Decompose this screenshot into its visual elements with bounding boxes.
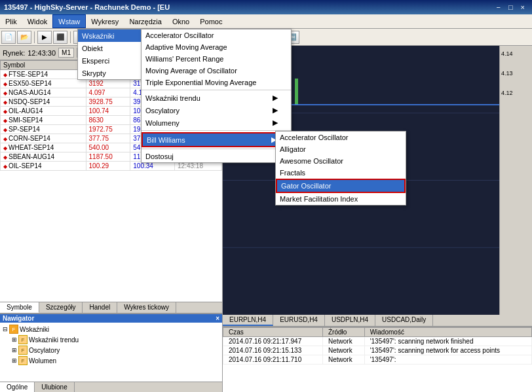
title-text: 135497 - HighSky-Server - Rachunek Demo … xyxy=(4,3,170,11)
wskazniki-wolumeny[interactable]: Wolumeny ▶ xyxy=(142,116,291,129)
menu-wykresy[interactable]: Wykresy xyxy=(86,14,124,28)
bid-cell: 377.75 xyxy=(86,134,130,143)
chart-tab-usdcad[interactable]: USDCAD,Daily xyxy=(375,315,433,326)
wskazniki-accelerator[interactable]: Accelerator Oscillator xyxy=(142,29,291,41)
nav-icon-wolumen: F xyxy=(18,356,28,365)
col-czas: Czas xyxy=(223,328,323,337)
bid-cell: 100.29 xyxy=(86,162,130,171)
wskazniki-oscylatory[interactable]: Oscylatory ▶ xyxy=(142,104,291,116)
menu-widok[interactable]: Widok xyxy=(22,14,53,28)
navigator-content: ⊟ F Wskaźniki ⊞ F Wskaźniki trendu ⊞ F O… xyxy=(0,323,222,382)
bw-alligator[interactable]: Alligator xyxy=(276,143,406,155)
menu-okno[interactable]: Okno xyxy=(167,14,195,28)
toolbar-btn3[interactable]: ▶ xyxy=(37,31,52,44)
symbol-cell: ◆ESX50-SEP14 xyxy=(1,79,86,88)
wskazniki-menu-list: Accelerator Oscillator Adaptive Moving A… xyxy=(141,29,292,163)
nav-icon-wskazniki: F xyxy=(9,325,18,334)
tab-handel[interactable]: Handel xyxy=(83,302,117,313)
nav-tab-ogolne[interactable]: Ogólne xyxy=(0,382,35,392)
nav-wskazniki-label: Wskaźniki xyxy=(20,326,49,333)
title-bar: 135497 - HighSky-Server - Rachunek Demo … xyxy=(0,0,532,14)
price-scale: 4.14 4.13 4.12 xyxy=(499,46,532,315)
toolbar-btn4[interactable]: ⬛ xyxy=(53,31,67,44)
log-message: '135497': scanning network for access po… xyxy=(364,346,531,355)
log-time: 2014.07.16 09:21:15.133 xyxy=(223,346,323,355)
tab-bar: Symbole Szczegóły Handel Wykres tickowy xyxy=(0,302,222,313)
bw-awesome[interactable]: Awesome Oscillator xyxy=(276,155,406,167)
nav-oscylatory[interactable]: ⊞ F Oscylatory xyxy=(1,345,221,355)
log-message: '135497': scanning network finished xyxy=(364,337,531,346)
wskazniki-bill-williams[interactable]: Bill Williams ▶ xyxy=(142,132,291,147)
nav-trendu-label: Wskaźniki trendu xyxy=(29,336,79,344)
nav-wolumen[interactable]: ⊞ F Wolumen xyxy=(1,355,221,366)
menu-plik[interactable]: Plik xyxy=(0,14,22,28)
market-label: Rynek: xyxy=(3,49,25,57)
bid-cell: 3928.75 xyxy=(86,98,130,107)
log-message: '135497': xyxy=(364,355,531,365)
bill-williams-menu-list: Accelerator Oscillator Alligator Awesome… xyxy=(275,131,406,205)
log-source: Network xyxy=(323,337,365,346)
bid-cell: 3192 xyxy=(86,79,130,88)
symbol-cell: ◆WHEAT-SEP14 xyxy=(1,143,86,152)
symbol-cell: ◆NSDQ-SEP14 xyxy=(1,98,86,107)
bw-fractals[interactable]: Fractals xyxy=(276,167,406,179)
log-time: 2014.07.16 09:21:11.710 xyxy=(223,355,323,365)
menu-pomoc[interactable]: Pomoc xyxy=(195,14,227,28)
chart-tab-usdpln[interactable]: USDPLN,H4 xyxy=(325,315,375,326)
chart-tab-eurusd[interactable]: EURUSD,H4 xyxy=(273,315,325,326)
bw-gator[interactable]: Gator Oscillator xyxy=(276,179,406,193)
menu-bar: Plik Widok Wstaw Wykresy Narzędzia Okno … xyxy=(0,14,532,29)
log-row: 2014.07.16 09:21:17.947 Network '135497'… xyxy=(223,337,532,346)
col-wiadomosc: Wiadomość xyxy=(364,328,531,337)
nav-wskazniki[interactable]: ⊟ F Wskaźniki xyxy=(1,324,221,334)
bid-cell: 4.097 xyxy=(86,88,130,98)
minimize-button[interactable]: − xyxy=(493,3,503,12)
wskazniki-triple[interactable]: Triple Exponential Moving Average xyxy=(142,77,291,88)
bid-cell: 1187.50 xyxy=(86,152,130,162)
nav-wskazniki-trendu[interactable]: ⊞ F Wskaźniki trendu xyxy=(1,334,221,345)
nav-oscylatory-label: Oscylatory xyxy=(29,347,60,354)
nav-wolumen-label: Wolumen xyxy=(29,357,56,365)
nav-icon-trendu: F xyxy=(18,335,28,344)
bill-williams-dropdown: Accelerator Oscillator Alligator Awesome… xyxy=(275,131,406,205)
wskazniki-dostosuj[interactable]: Dostosuj xyxy=(142,151,291,162)
open-button[interactable]: 📂 xyxy=(17,31,31,44)
wskazniki-mao[interactable]: Moving Average of Oscillator xyxy=(142,65,291,77)
symbol-cell: ◆FTSE-SEP14 xyxy=(1,70,86,79)
wskazniki-adaptive[interactable]: Adaptive Moving Average xyxy=(142,41,291,53)
navigator-close[interactable]: × xyxy=(216,315,219,322)
bw-accelerator[interactable]: Accelerator Oscillator xyxy=(276,132,406,143)
symbol-cell: ◆SP-SEP14 xyxy=(1,125,86,134)
tab-symbole[interactable]: Symbole xyxy=(0,302,39,313)
symbol-cell: ◆NGAS-AUG14 xyxy=(1,88,86,98)
nav-icon-oscylatory: F xyxy=(18,346,28,355)
col-symbol: Symbol xyxy=(1,61,86,70)
new-button[interactable]: 📄 xyxy=(1,31,16,44)
divider2 xyxy=(142,130,291,131)
maximize-button[interactable]: □ xyxy=(505,3,516,12)
navigator-label: Nawigator xyxy=(3,315,34,322)
bid-cell: 1972.75 xyxy=(86,125,130,134)
symbol-cell: ◆OIL-SEP14 xyxy=(1,162,86,171)
wskazniki-williams[interactable]: Williams' Percent Range xyxy=(142,53,291,65)
market-time: 12:43:30 xyxy=(28,49,56,57)
navigator-tabs: Ogólne Ulubione xyxy=(0,382,222,392)
symbol-cell: ◆SBEAN-AUG14 xyxy=(1,152,86,162)
tf-m1[interactable]: M1 xyxy=(58,48,74,58)
symbol-cell: ◆OIL-AUG14 xyxy=(1,107,86,116)
bid-cell: 8630 xyxy=(86,116,130,125)
sep1 xyxy=(34,31,35,43)
tab-wykres[interactable]: Wykres tickowy xyxy=(117,302,176,313)
wskazniki-trendu[interactable]: Wskaźniki trendu ▶ xyxy=(142,92,291,104)
menu-narzedzia[interactable]: Narzędzia xyxy=(124,14,167,28)
nav-tab-ulubione[interactable]: Ulubione xyxy=(35,382,74,392)
log-source: Network xyxy=(323,355,365,365)
menu-wstaw[interactable]: Wstaw xyxy=(52,14,86,28)
symbol-cell: ◆CORN-SEP14 xyxy=(1,134,86,143)
symbol-cell: ◆SMI-SEP14 xyxy=(1,116,86,125)
chart-tab-eurpln[interactable]: EURPLN,H4 xyxy=(223,315,273,326)
navigator-title: Nawigator × xyxy=(0,314,222,323)
bw-market-facilitation[interactable]: Market Facilitation Index xyxy=(276,193,406,205)
tab-szczegoly[interactable]: Szczegóły xyxy=(39,302,83,313)
close-button[interactable]: × xyxy=(518,3,528,12)
